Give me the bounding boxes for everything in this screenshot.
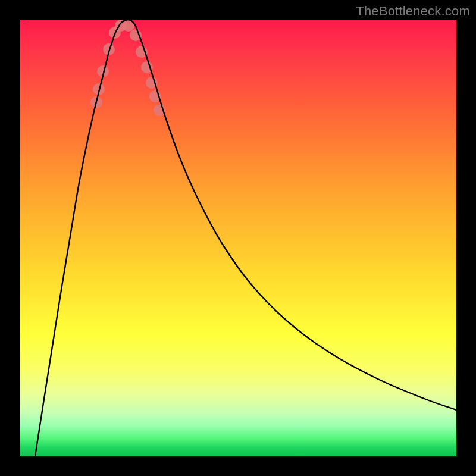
- watermark-text: TheBottleneck.com: [356, 4, 470, 19]
- plot-area: [20, 20, 456, 456]
- chart-svg: [20, 20, 456, 456]
- marker-group: [90, 20, 165, 116]
- outer-frame: TheBottleneck.com: [0, 0, 476, 476]
